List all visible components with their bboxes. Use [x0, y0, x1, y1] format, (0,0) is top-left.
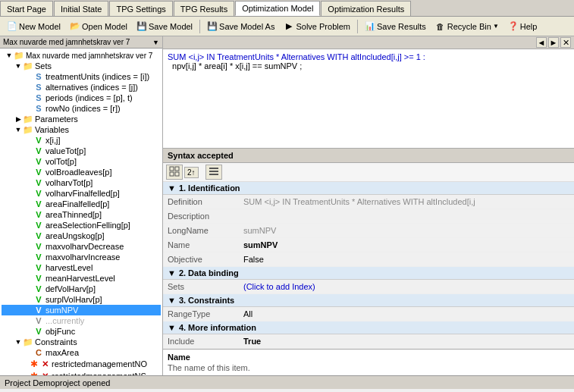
prop-value-name[interactable]: sumNPV	[239, 238, 574, 252]
tree-con-maxarea[interactable]: C maxArea	[2, 347, 161, 358]
tab-tpg-settings[interactable]: TPG Settings	[109, 1, 172, 16]
tree-var-sumnpv[interactable]: V sumNPV	[2, 305, 161, 315]
tab-optimization-model[interactable]: Optimization Model	[235, 1, 320, 16]
properties-content[interactable]: ▼ 1. Identification Definition SUM <i,j>…	[163, 182, 574, 349]
tree-item-rowno[interactable]: S rowNo (indices = [r])	[2, 103, 161, 114]
tree-item-periods[interactable]: S periods (indices = [p], t)	[2, 93, 161, 103]
prop-value-longname[interactable]: sumNPV	[239, 224, 574, 237]
sets-toggle[interactable]: ▼	[14, 62, 23, 70]
tab-optimization-results[interactable]: Optimization Results	[321, 1, 411, 16]
var-icon-13: V	[33, 263, 44, 272]
tree-con-restrictedNS[interactable]: ✱ ✕ restrictedmanagementNS	[2, 370, 161, 375]
vars-toggle[interactable]: ▼	[14, 126, 23, 133]
tree-var-areaungskog[interactable]: V areaUngskog[p]	[2, 230, 161, 241]
save-as-icon: 💾	[207, 21, 218, 32]
prop-label-objective: Objective	[163, 252, 239, 266]
prop-section-moreinfo[interactable]: ▼ 4. More information	[163, 321, 574, 334]
tree-var-objfunc[interactable]: V objFunc	[2, 326, 161, 337]
collapse-arrow[interactable]: ▼	[152, 39, 159, 46]
panel-left-btn[interactable]: ◄	[536, 37, 547, 48]
prop-value-rangetype[interactable]: All	[239, 307, 574, 321]
prop-section-identification[interactable]: ▼ 1. Identification	[163, 182, 574, 195]
prop-row-include: Include True	[163, 334, 574, 349]
tree-var-surplvolharv[interactable]: V surplVolHarv[p]	[2, 294, 161, 305]
prop-value-objective[interactable]: False	[239, 252, 574, 266]
tree-var-maxvolharvdecrease[interactable]: V maxvolharvDecrease	[2, 241, 161, 252]
panel-controls: ◄ ► ✕	[536, 37, 571, 48]
prop-row-definition: Definition SUM <i,j> IN TreatmentUnits *…	[163, 195, 574, 209]
help-button[interactable]: ❓ Help	[504, 19, 541, 34]
tree-item-treatmentunits[interactable]: S treatmentUnits (indices = [i])	[2, 71, 161, 82]
svg-rect-5	[209, 171, 218, 172]
tree-var-areathinned[interactable]: V areaThinned[p]	[2, 209, 161, 220]
tab-initial-state[interactable]: Initial State	[54, 1, 108, 16]
solve-problem-button[interactable]: ▶ Solve Problem	[280, 19, 354, 34]
tree-parameters-folder[interactable]: ▶ 📁 Parameters	[2, 114, 161, 124]
constraints-toggle[interactable]: ▼	[14, 338, 23, 346]
tree-var-volbroadleaves[interactable]: V volBroadleaves[p]	[2, 167, 161, 177]
var-icon-3: V	[33, 157, 44, 166]
open-model-button[interactable]: 📂 Open Model	[66, 19, 131, 34]
var-icon-1: V	[33, 136, 44, 145]
prop-section-constraints[interactable]: ▼ 3. Constraints	[163, 294, 574, 307]
tree-var-xij[interactable]: V x[i,j]	[2, 135, 161, 146]
tree-var-defvolharv[interactable]: V defVolHarv[p]	[2, 284, 161, 294]
tree-root[interactable]: ▼ 📁 Max nuvarde med jamnhetskrav ver 7	[2, 50, 161, 61]
prop-value-sets[interactable]: (Click to add Index)	[239, 280, 574, 293]
tree-var-harvestlevel[interactable]: V harvestLevel	[2, 262, 161, 273]
prop-label-include: Include	[163, 334, 239, 348]
root-toggle[interactable]: ▼	[5, 52, 14, 59]
tree-variables-folder[interactable]: ▼ 📁 Variables	[2, 124, 161, 135]
tree-var-volharvfinalfelled[interactable]: V volharvFinalfelled[p]	[2, 188, 161, 199]
var-icon-5: V	[33, 178, 44, 187]
recycle-bin-button[interactable]: 🗑 Recycle Bin ▼	[431, 19, 503, 34]
recycle-bin-icon: 🗑	[435, 21, 446, 32]
var-icon-8: V	[33, 210, 44, 219]
set-icon-s2: S	[33, 83, 44, 92]
prop-tool-1[interactable]	[166, 165, 183, 180]
prop-tool-3[interactable]	[205, 165, 222, 180]
tab-bar: Start Page Initial State TPG Settings TP…	[0, 0, 574, 17]
save-model-as-button[interactable]: 💾 Save Model As	[203, 19, 278, 34]
prop-tool-2[interactable]: 2↑	[184, 167, 199, 178]
save-results-button[interactable]: 📊 Save Results	[361, 19, 430, 34]
tree-var-areafinalfelled[interactable]: V areaFinalfelled[p]	[2, 199, 161, 209]
prop-section-databinding[interactable]: ▼ 2. Data binding	[163, 267, 574, 280]
tree-con-restrictedNO[interactable]: ✱ ✕ restrictedmanagementNO	[2, 358, 161, 370]
prop-row-sets: Sets (Click to add Index)	[163, 280, 574, 294]
tree-var-meanharvestlevel[interactable]: V meanHarvestLevel	[2, 273, 161, 284]
tree-var-currently[interactable]: V ...currently	[2, 315, 161, 326]
properties-toolbar: 2↑	[163, 163, 574, 182]
tree-var-valuetot[interactable]: V valueTot[p]	[2, 146, 161, 156]
params-toggle[interactable]: ▶	[14, 115, 23, 123]
tree-item-alternatives[interactable]: S alternatives (indices = [j])	[2, 82, 161, 93]
code-line-2: npv[i,j] * area[i] * x[i,j] == sumNPV ;	[168, 61, 569, 71]
panel-close-btn[interactable]: ✕	[560, 37, 571, 48]
tree-var-volharvtot[interactable]: V volharvTot[p]	[2, 177, 161, 188]
var-icon-objfunc: V	[33, 327, 44, 336]
var-icon-currently: V	[33, 316, 44, 325]
var-icon-14: V	[33, 274, 44, 283]
tab-tpg-results[interactable]: TPG Results	[174, 1, 234, 16]
save-model-button[interactable]: 💾 Save Model	[133, 19, 196, 34]
prop-row-rangetype: RangeType All	[163, 307, 574, 321]
prop-value-include[interactable]: True	[239, 334, 574, 348]
tab-start-page[interactable]: Start Page	[0, 1, 53, 16]
tree-sets-folder[interactable]: ▼ 📁 Sets	[2, 61, 161, 71]
tree-constraints-folder[interactable]: ▼ 📁 Constraints	[2, 337, 161, 347]
tree-var-areaselectionfelling[interactable]: V areaSelectionFelling[p]	[2, 220, 161, 230]
sets-folder-icon: 📁	[23, 61, 33, 71]
tree-var-voltot[interactable]: V volTot[p]	[2, 156, 161, 167]
var-icon-sumnpv: V	[33, 306, 44, 315]
prop-row-description: Description	[163, 209, 574, 224]
panel-right-btn[interactable]: ►	[548, 37, 559, 48]
var-icon-15: V	[33, 284, 44, 293]
code-editor[interactable]: SUM <i,j> IN TreatmentUnits * Alternativ…	[163, 49, 574, 149]
prop-value-description[interactable]	[239, 209, 574, 223]
tree-container[interactable]: ▼ 📁 Max nuvarde med jamnhetskrav ver 7 ▼…	[0, 49, 162, 375]
prop-row-name: Name sumNPV	[163, 238, 574, 252]
list-icon	[209, 166, 219, 177]
constraints-folder-icon: 📁	[23, 337, 33, 347]
new-model-button[interactable]: 📄 New Model	[3, 19, 64, 34]
tree-var-maxvolharvincrease[interactable]: V maxvolharvIncrease	[2, 252, 161, 262]
